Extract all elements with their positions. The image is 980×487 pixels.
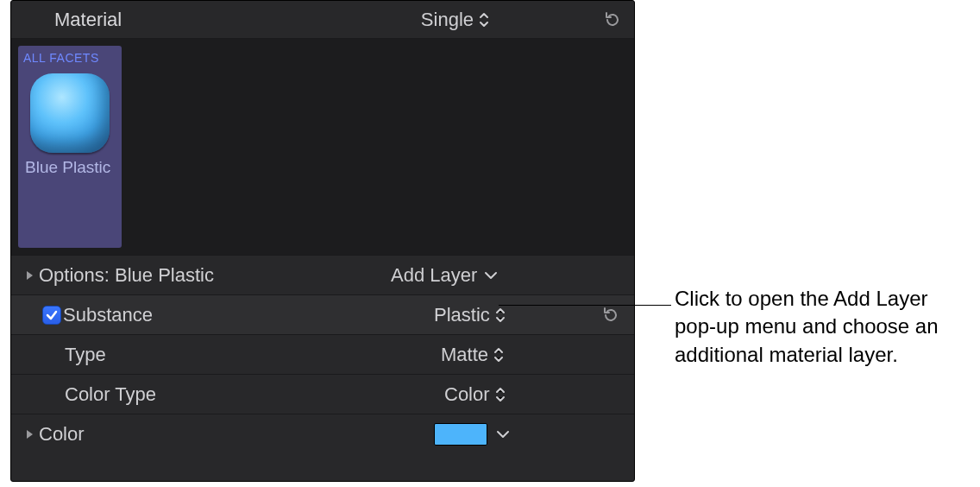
material-inspector-panel: Material Single ALL FACETS Bl bbox=[10, 0, 635, 482]
type-value: Matte bbox=[441, 344, 488, 366]
add-layer-popup[interactable]: Add Layer bbox=[391, 264, 498, 287]
updown-icon bbox=[495, 307, 506, 323]
chevron-down-icon bbox=[496, 429, 510, 440]
type-row: Type Matte bbox=[11, 334, 634, 374]
material-reset-button[interactable] bbox=[603, 10, 622, 29]
type-label: Type bbox=[65, 344, 106, 366]
reset-icon bbox=[601, 306, 620, 325]
material-mode-value: Single bbox=[421, 9, 474, 31]
parameter-list: Options: Blue Plastic Add Layer Substanc… bbox=[11, 255, 634, 453]
material-header-title: Material bbox=[54, 9, 122, 31]
material-mode-popup[interactable]: Single bbox=[421, 9, 489, 31]
color-label: Color bbox=[39, 423, 85, 446]
reset-icon bbox=[603, 10, 622, 29]
facet-material-name: Blue Plastic bbox=[23, 158, 116, 177]
color-type-row: Color Type Color bbox=[11, 374, 634, 414]
color-disclosure[interactable] bbox=[20, 428, 39, 440]
substance-value: Plastic bbox=[434, 304, 490, 326]
check-icon bbox=[45, 308, 59, 322]
options-label: Options: Blue Plastic bbox=[39, 264, 214, 287]
material-header-row: Material Single bbox=[11, 1, 634, 39]
color-row: Color bbox=[11, 414, 634, 453]
options-row: Options: Blue Plastic Add Layer bbox=[11, 255, 634, 294]
options-disclosure[interactable] bbox=[20, 269, 39, 281]
material-facets-well: ALL FACETS Blue Plastic bbox=[11, 39, 634, 255]
color-dropdown[interactable] bbox=[496, 429, 510, 440]
add-layer-label: Add Layer bbox=[391, 264, 477, 287]
color-type-value: Color bbox=[444, 383, 490, 406]
substance-reset-button[interactable] bbox=[601, 306, 620, 325]
substance-value-popup[interactable]: Plastic bbox=[434, 304, 506, 326]
callout-leader-line bbox=[499, 305, 671, 306]
callout-text: Click to open the Add Layer pop-up menu … bbox=[675, 285, 968, 369]
facet-badge: ALL FACETS bbox=[23, 51, 116, 65]
chevron-down-icon bbox=[484, 270, 498, 281]
updown-icon bbox=[479, 12, 489, 28]
substance-label: Substance bbox=[63, 304, 153, 326]
color-type-label: Color Type bbox=[65, 383, 156, 406]
disclosure-right-icon bbox=[24, 428, 35, 440]
updown-icon bbox=[493, 347, 504, 363]
material-preview-swatch bbox=[30, 73, 110, 153]
disclosure-right-icon bbox=[24, 269, 35, 281]
facet-card-all[interactable]: ALL FACETS Blue Plastic bbox=[18, 46, 122, 248]
type-value-popup[interactable]: Matte bbox=[441, 344, 504, 366]
color-swatch[interactable] bbox=[434, 423, 487, 446]
substance-enable-checkbox[interactable] bbox=[42, 306, 61, 325]
substance-row: Substance Plastic bbox=[11, 294, 634, 334]
color-type-value-popup[interactable]: Color bbox=[444, 383, 506, 406]
updown-icon bbox=[495, 387, 506, 402]
